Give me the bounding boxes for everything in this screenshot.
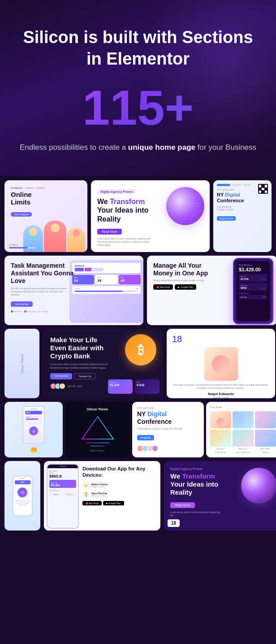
qr-code-icon [258,184,268,194]
testimonial-card[interactable]: 18 Duis aute irure dolor in reprehenderi… [167,329,275,398]
grid-section: Dashboard Analytics Reports OnlineLimits… [0,176,276,539]
hero-title: Silicon is built with Sections in Elemen… [18,27,258,70]
grid-row-4: $860.8 Balance ◎ 🤲 Silicon Theme [4,402,272,457]
hero-section: Silicon is built with Sections in Elemen… [0,0,276,176]
digital-agency-card[interactable]: Digital Agency Promo We TransformYour Id… [91,180,210,252]
task-title: Task Management Assistant You Gonna Love [11,262,76,284]
crypto-title: Make Your Life Even Easier with Crypto B… [50,336,113,360]
card2-desc: Lorem ipsum dolor sit amet consectetur a… [97,237,151,247]
ny-title-big: NY DigitalConference [137,410,199,426]
ny-btn-big[interactable]: Register [137,435,154,440]
task-desc: We offer you great project and task mana… [11,287,69,296]
phone-mockup-small: $860.8 Balance ◎ [22,406,45,444]
agency2-tag: Digital Agency Promo [170,467,274,470]
ny-date-big: OCT 14-15, 2021 [137,407,199,409]
agency2-btn[interactable]: Read More [170,502,195,508]
grid-row-2: Task Management Assistant You Gonna Love… [4,256,272,325]
ny-title-small: NY DigitalConference [217,192,268,204]
testimonial-avatar [204,347,238,381]
thin-left-card: Silicon Theme [4,329,39,398]
card1-nav: Dashboard Analytics Reports [11,187,81,189]
download-phone-mockup: My Wallet Balance $860.8 Account $3,421 … [47,464,79,529]
team-label: Our Team [210,406,276,409]
card1-title: OnlineLimits [11,191,81,206]
card2-title: We TransformYour Ideas intoReality [97,197,155,223]
agency2-desc: Lorem ipsum dolor sit amet consectetur a… [170,511,224,517]
agency2-title: We TransformYour Ideas intoReality [170,472,233,496]
phone-hand-card[interactable]: $860.8 Balance ◎ 🤲 [4,402,63,457]
crypto-bank-card[interactable]: Make Your Life Even Easier with Crypto B… [43,329,163,398]
hero-number: 115+ [18,83,258,132]
team-card[interactable]: Our Team [206,402,276,457]
grid-row-1: Dashboard Analytics Reports OnlineLimits… [4,180,272,252]
online-limits-card[interactable]: Dashboard Analytics Reports OnlineLimits… [4,180,87,252]
neon-card[interactable]: Silicon Theme [65,402,130,457]
crypto-avatars [50,383,64,389]
download-title: Download Our App for Any Devices: [82,466,155,479]
finance-title: Manage All Your Money in One App [153,262,216,277]
agency-dark-card[interactable]: Digital Agency Promo We TransformYour Id… [164,461,276,531]
task-btn[interactable]: Get Started [11,301,33,307]
testimonial-text: Duis aute irure dolor in reprehenderit i… [172,383,270,390]
app-store-btns: 🍎App Store ▶Google Play [153,284,271,290]
ny-register-btn[interactable]: Register Now [217,216,236,221]
team-faces-grid [210,411,276,447]
neon-triangle-icon [80,414,116,441]
crypto-desc: Lorem ipsum dolor sit amet consectetur a… [50,363,108,370]
card1-badge[interactable]: View Report [11,212,32,217]
neon-title: Silicon Theme [87,408,108,411]
ny-desc-big: 8 International Congress Center Ste 302,… [137,427,199,431]
grid-row-3: Silicon Theme Make Your Life Even Easier… [4,329,272,398]
download-app-card[interactable]: Download Our App for Any Devices: ⭐ Edit… [44,461,160,531]
card2-btn[interactable]: Read More [97,229,122,235]
task-management-card[interactable]: Task Management Assistant You Gonna Love… [4,256,143,325]
sphere-icon [166,187,204,225]
finance-desc: Simply upload the template to your provi… [153,279,211,282]
testimonial-name: Ralph Edwards [172,392,270,396]
ny-avatars [137,445,199,452]
slim-phone-card: $860 ◎ [4,461,40,531]
slim-phone-mockup: $860 ◎ [13,476,33,516]
crypto-btns: Get Started Contact Us [50,373,156,379]
ny-conference-card-small[interactable]: OCT 14-15, 2021 NY DigitalConference 8 I… [213,180,272,252]
ny-conference-big-card[interactable]: OCT 14-15, 2021 NY DigitalConference 8 I… [132,402,204,457]
hero-subtitle: Endless possibilities to create a unique… [18,141,258,153]
grid-row-5: $860 ◎ Download Our App for Any Devices:… [4,461,272,531]
testimonial-badge: 18 [172,334,270,344]
card2-tag: Digital Agency Promo [97,189,136,194]
finance-card[interactable]: Manage All Your Money in One App Simply … [147,256,276,325]
